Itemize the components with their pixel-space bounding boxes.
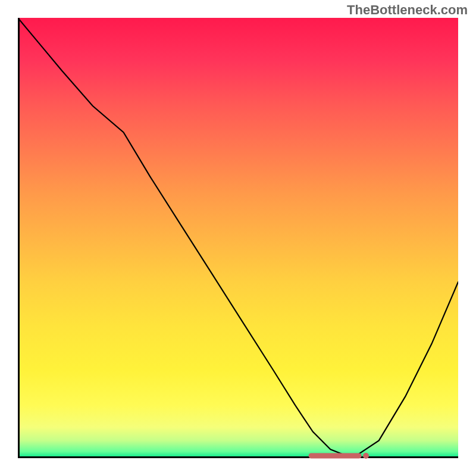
bottleneck-curve [18,18,458,458]
watermark-text: TheBottleneck.com [347,2,468,18]
plot-area [18,18,458,458]
optimum-marker-dot [363,453,369,459]
optimum-marker-bar [308,453,361,459]
chart-container: TheBottleneck.com [0,0,476,476]
curve-svg [18,18,458,458]
